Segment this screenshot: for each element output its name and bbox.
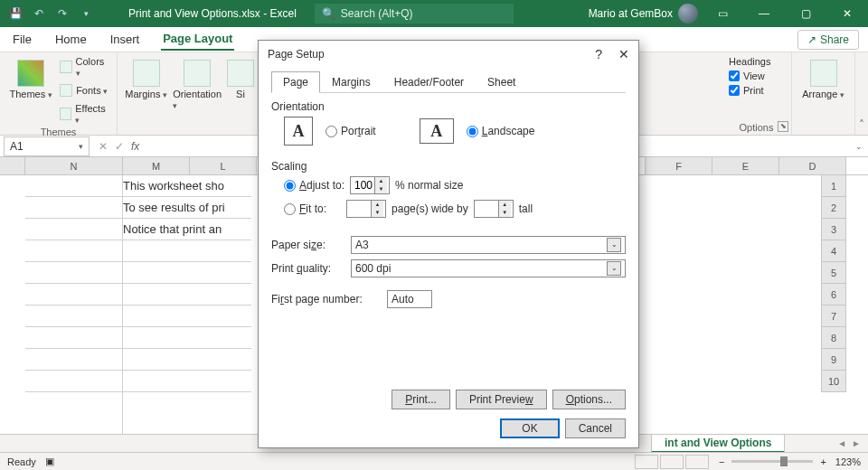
sheet-tab[interactable]: int and View Options xyxy=(651,434,785,453)
macro-record-icon[interactable]: ▣ xyxy=(45,456,54,467)
scroll-left-icon[interactable]: ◄ xyxy=(837,438,846,448)
dialog-tab-margins[interactable]: Margins xyxy=(320,71,382,93)
fit-to-radio[interactable]: Fit to: xyxy=(284,202,326,215)
chevron-down-icon: ⌄ xyxy=(607,238,621,252)
print-headings-checkbox[interactable]: Print xyxy=(729,85,770,96)
row-header[interactable]: 2 xyxy=(821,197,846,219)
column-header[interactable]: E xyxy=(712,157,779,174)
tab-home[interactable]: Home xyxy=(53,29,89,50)
title-bar: 💾 ↶ ↷ ▾ Print and View Options.xlsx - Ex… xyxy=(0,0,868,27)
maximize-icon[interactable]: ▢ xyxy=(785,0,826,27)
row-header[interactable]: 4 xyxy=(821,240,846,262)
fit-tall-input[interactable] xyxy=(475,202,498,215)
page-layout-view-button[interactable] xyxy=(660,455,684,469)
fx-icon[interactable]: fx xyxy=(131,140,139,153)
ribbon-display-icon[interactable]: ▭ xyxy=(702,0,743,27)
spinner-up-icon[interactable]: ▲ xyxy=(371,201,383,209)
ok-button[interactable]: OK xyxy=(500,418,559,438)
print-button[interactable]: Print... xyxy=(392,390,450,409)
search-placeholder: Search (Alt+Q) xyxy=(341,7,413,20)
zoom-out-icon[interactable]: − xyxy=(719,456,724,467)
options-button[interactable]: Options... xyxy=(552,390,626,409)
spinner-up-icon[interactable]: ▲ xyxy=(374,177,387,185)
enter-formula-icon[interactable]: ✓ xyxy=(115,140,124,153)
adjust-to-radio[interactable]: Adjust to: xyxy=(284,179,344,192)
row-header[interactable]: 10 xyxy=(821,371,846,392)
effects-button[interactable]: Effects xyxy=(60,103,109,125)
portrait-radio[interactable]: Portrait xyxy=(326,125,376,137)
minimize-icon[interactable]: — xyxy=(743,0,785,27)
sheet-options-launcher-icon[interactable]: ⬊ xyxy=(778,121,788,132)
dialog-tab-page[interactable]: Page xyxy=(271,71,320,93)
first-page-value: Auto xyxy=(392,293,414,306)
print-preview-button[interactable]: Print Preview xyxy=(456,390,547,409)
tab-page-layout[interactable]: Page Layout xyxy=(161,28,234,51)
ribbon-collapse-icon[interactable]: ˄ xyxy=(855,52,868,135)
themes-group-label: Themes xyxy=(7,125,109,137)
name-box[interactable]: A1▾ xyxy=(4,136,90,156)
row-header[interactable]: 5 xyxy=(821,262,846,284)
orientation-icon xyxy=(184,60,211,87)
dialog-tab-header-footer[interactable]: Header/Footer xyxy=(382,71,476,93)
margins-button[interactable]: Margins xyxy=(125,56,167,103)
share-button[interactable]: ↗ Share xyxy=(797,30,859,50)
colors-button[interactable]: Colors xyxy=(60,56,109,78)
formula-expand-icon[interactable]: ⌄ xyxy=(855,142,868,151)
close-icon[interactable]: ✕ xyxy=(826,0,868,27)
normal-view-button[interactable] xyxy=(635,455,658,469)
spinner-down-icon[interactable]: ▼ xyxy=(498,209,511,217)
dialog-tab-sheet[interactable]: Sheet xyxy=(476,71,527,93)
zoom-level[interactable]: 123% xyxy=(835,456,861,467)
adjust-percent-spinner[interactable]: ▲▼ xyxy=(350,176,390,194)
cancel-button[interactable]: Cancel xyxy=(565,418,626,438)
paper-size-select[interactable]: A3⌄ xyxy=(351,236,626,254)
first-page-number-input[interactable]: Auto xyxy=(387,290,432,308)
tab-file[interactable]: File xyxy=(11,29,33,50)
user-avatar-icon[interactable] xyxy=(678,4,698,24)
column-header[interactable]: F xyxy=(646,157,712,174)
fit-wide-spinner[interactable]: ▲▼ xyxy=(346,200,386,218)
spinner-down-icon[interactable]: ▼ xyxy=(371,209,383,217)
redo-icon[interactable]: ↷ xyxy=(54,5,71,22)
row-header[interactable]: 9 xyxy=(821,349,846,371)
row-header[interactable]: 1 xyxy=(821,175,846,197)
landscape-radio[interactable]: Landscape xyxy=(467,125,535,137)
undo-icon[interactable]: ↶ xyxy=(31,5,47,22)
zoom-slider[interactable] xyxy=(731,460,813,463)
column-header[interactable]: M xyxy=(123,157,190,174)
view-headings-checkbox[interactable]: View xyxy=(729,70,770,81)
page-break-view-button[interactable] xyxy=(685,455,709,469)
tab-insert[interactable]: Insert xyxy=(108,29,142,50)
adjust-percent-input[interactable] xyxy=(351,179,374,192)
column-header[interactable]: L xyxy=(190,157,257,174)
fit-wide-input[interactable] xyxy=(347,202,371,215)
orientation-button[interactable]: Orientation xyxy=(173,56,222,114)
user-name[interactable]: Mario at GemBox xyxy=(589,7,673,20)
column-header[interactable]: D xyxy=(779,157,846,174)
row-header[interactable]: 6 xyxy=(821,284,846,306)
row-header[interactable]: 7 xyxy=(821,306,846,327)
scroll-right-icon[interactable]: ► xyxy=(852,438,861,448)
size-button[interactable]: Si xyxy=(227,56,254,103)
ribbon-search[interactable]: 🔍 Search (Alt+Q) xyxy=(315,4,514,24)
namebox-dropdown-icon[interactable]: ▾ xyxy=(79,142,83,151)
spinner-up-icon[interactable]: ▲ xyxy=(498,201,511,209)
dialog-help-icon[interactable]: ? xyxy=(595,47,602,61)
qat-dropdown-icon[interactable]: ▾ xyxy=(78,5,94,22)
spinner-down-icon[interactable]: ▼ xyxy=(374,185,387,193)
fit-tall-spinner[interactable]: ▲▼ xyxy=(474,200,514,218)
row-header[interactable]: 8 xyxy=(821,327,846,349)
zoom-in-icon[interactable]: + xyxy=(820,456,826,467)
save-icon[interactable]: 💾 xyxy=(7,5,24,22)
dialog-titlebar[interactable]: Page Setup ? ✕ xyxy=(259,41,638,68)
print-label: Print xyxy=(743,85,764,96)
arrange-button[interactable]: Arrange xyxy=(799,56,847,103)
fonts-button[interactable]: Fonts xyxy=(60,80,109,101)
cancel-formula-icon[interactable]: ✕ xyxy=(99,140,108,153)
print-quality-select[interactable]: 600 dpi⌄ xyxy=(351,259,626,277)
column-header[interactable]: N xyxy=(25,157,123,174)
dialog-close-icon[interactable]: ✕ xyxy=(618,47,629,61)
themes-button[interactable]: Themes xyxy=(7,56,54,103)
select-all-corner[interactable] xyxy=(0,157,25,174)
row-header[interactable]: 3 xyxy=(821,219,846,240)
